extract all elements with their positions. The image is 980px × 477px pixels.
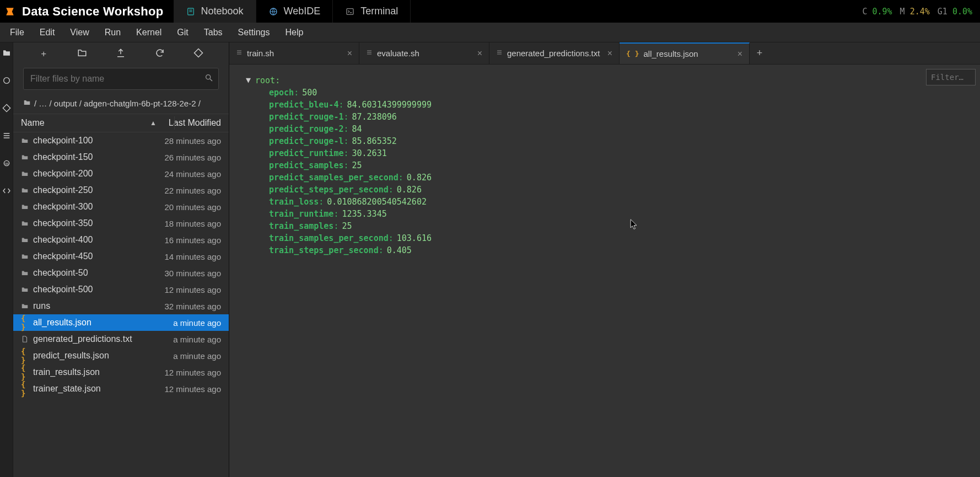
file-modified: 16 minutes ago <box>141 235 221 245</box>
file-filter-input[interactable] <box>23 68 219 90</box>
menu-view[interactable]: View <box>62 24 96 41</box>
menu-help[interactable]: Help <box>277 24 311 41</box>
menu-settings[interactable]: Settings <box>230 24 278 41</box>
editor-tab[interactable]: { }all_results.json× <box>620 42 750 64</box>
list-icon[interactable] <box>2 131 12 141</box>
close-icon[interactable]: × <box>607 49 612 58</box>
folder-row[interactable]: checkpoint-15026 minutes ago <box>13 149 229 165</box>
json-key: predict_rouge-2 <box>269 124 343 134</box>
json-key: predict_runtime <box>269 148 343 158</box>
folder-row[interactable]: checkpoint-40016 minutes ago <box>13 232 229 248</box>
file-modified: 12 minutes ago <box>141 384 221 394</box>
global-tab-notebook[interactable]: Notebook <box>174 0 256 23</box>
json-value: 0.826 <box>407 173 432 183</box>
json-key: predict_samples <box>269 160 343 170</box>
folder-row[interactable]: checkpoint-10028 minutes ago <box>13 132 229 149</box>
json-entry: epoch:500 <box>246 87 980 99</box>
notebook-icon <box>186 7 196 17</box>
upload-button[interactable] <box>113 48 128 61</box>
folder-icon <box>21 219 33 227</box>
new-folder-button[interactable] <box>74 48 90 61</box>
file-name: checkpoint-450 <box>33 251 141 261</box>
close-icon[interactable]: × <box>347 49 352 58</box>
menu-kernel[interactable]: Kernel <box>128 24 169 41</box>
folder-row[interactable]: checkpoint-5030 minutes ago <box>13 265 229 281</box>
menu-git[interactable]: Git <box>169 24 196 41</box>
file-row[interactable]: { }train_results.json12 minutes ago <box>13 364 229 380</box>
extensions-icon[interactable]: 08 <box>2 158 12 168</box>
file-row[interactable]: { }all_results.jsona minute ago <box>13 314 229 331</box>
json-entry: train_steps_per_second:0.405 <box>246 244 980 256</box>
folder-row[interactable]: checkpoint-25022 minutes ago <box>13 182 229 199</box>
file-name: checkpoint-100 <box>33 136 141 146</box>
json-key: train_samples_per_second <box>269 233 389 243</box>
file-modified: 12 minutes ago <box>141 368 221 377</box>
file-modified: a minute ago <box>141 318 221 328</box>
folder-icon[interactable] <box>2 48 12 58</box>
json-key: predict_steps_per_second <box>269 185 389 195</box>
menu-tabs[interactable]: Tabs <box>196 24 230 41</box>
folder-icon <box>23 99 31 108</box>
global-tab-label: Terminal <box>360 6 398 17</box>
folder-icon <box>21 137 33 144</box>
file-list: checkpoint-10028 minutes agocheckpoint-1… <box>13 132 229 477</box>
file-name: trainer_state.json <box>33 384 141 394</box>
global-tab-webide[interactable]: WebIDE <box>256 0 333 23</box>
col-name-header[interactable]: Name <box>21 118 141 128</box>
json-key: train_steps_per_second <box>269 245 379 255</box>
close-icon[interactable]: × <box>737 49 742 59</box>
file-name: checkpoint-200 <box>33 169 141 179</box>
file-name: checkpoint-500 <box>33 285 141 294</box>
disclosure-triangle-icon[interactable]: ▼ <box>246 74 251 86</box>
file-modified: 20 minutes ago <box>141 202 221 212</box>
file-name: all_results.json <box>33 318 141 328</box>
add-tab-button[interactable]: + <box>750 42 769 64</box>
json-entry: train_samples:25 <box>246 220 980 232</box>
close-icon[interactable]: × <box>477 49 482 58</box>
json-key: predict_rouge-l <box>269 136 343 146</box>
folder-row[interactable]: checkpoint-35018 minutes ago <box>13 215 229 232</box>
code-icon[interactable] <box>2 186 12 196</box>
file-row[interactable]: { }predict_results.jsona minute ago <box>13 347 229 364</box>
editor-tab[interactable]: evaluate.sh× <box>359 42 489 64</box>
file-browser: + / … / output / adgen-chatglm-6b-pt-128… <box>13 42 229 477</box>
file-filter <box>23 68 219 90</box>
json-value: 85.865352 <box>352 136 397 146</box>
file-icon <box>236 49 243 57</box>
folder-icon <box>21 153 33 161</box>
json-icon: { } <box>21 347 33 365</box>
json-entry: predict_runtime:30.2631 <box>246 147 980 159</box>
folder-icon <box>21 253 33 260</box>
folder-row[interactable]: checkpoint-30020 minutes ago <box>13 199 229 215</box>
json-key: predict_bleu-4 <box>269 100 338 110</box>
menu-run[interactable]: Run <box>97 24 128 41</box>
file-icon <box>366 49 373 57</box>
menu-edit[interactable]: Edit <box>32 24 63 41</box>
file-modified: 32 minutes ago <box>141 302 221 311</box>
new-launcher-button[interactable]: + <box>36 49 51 60</box>
running-icon[interactable] <box>2 76 12 85</box>
editor-tab[interactable]: generated_predictions.txt× <box>489 42 620 64</box>
json-icon: { } <box>21 363 33 381</box>
refresh-button[interactable] <box>152 48 168 61</box>
file-icon <box>21 335 33 343</box>
git-button[interactable] <box>191 48 206 61</box>
tab-label: evaluate.sh <box>377 49 473 58</box>
json-value: 0.010868200540542602 <box>327 197 427 207</box>
folder-row[interactable]: checkpoint-45014 minutes ago <box>13 248 229 265</box>
file-modified: a minute ago <box>141 351 221 361</box>
menu-file[interactable]: File <box>2 24 32 41</box>
menu-bar: File Edit View Run Kernel Git Tabs Setti… <box>0 23 980 42</box>
folder-row[interactable]: checkpoint-50012 minutes ago <box>13 281 229 298</box>
breadcrumb[interactable]: / … / output / adgen-chatglm-6b-pt-128-2… <box>13 93 229 114</box>
folder-row[interactable]: runs32 minutes ago <box>13 298 229 314</box>
file-row[interactable]: { }trainer_state.json12 minutes ago <box>13 380 229 397</box>
json-value: 0.826 <box>397 185 422 195</box>
global-tab-terminal[interactable]: Terminal <box>333 0 411 23</box>
file-modified: 22 minutes ago <box>141 186 221 195</box>
json-value: 25 <box>342 221 352 231</box>
editor-tab[interactable]: train.sh× <box>229 42 359 64</box>
file-row[interactable]: generated_predictions.txta minute ago <box>13 331 229 347</box>
git-icon[interactable] <box>2 103 12 113</box>
folder-row[interactable]: checkpoint-20024 minutes ago <box>13 165 229 182</box>
